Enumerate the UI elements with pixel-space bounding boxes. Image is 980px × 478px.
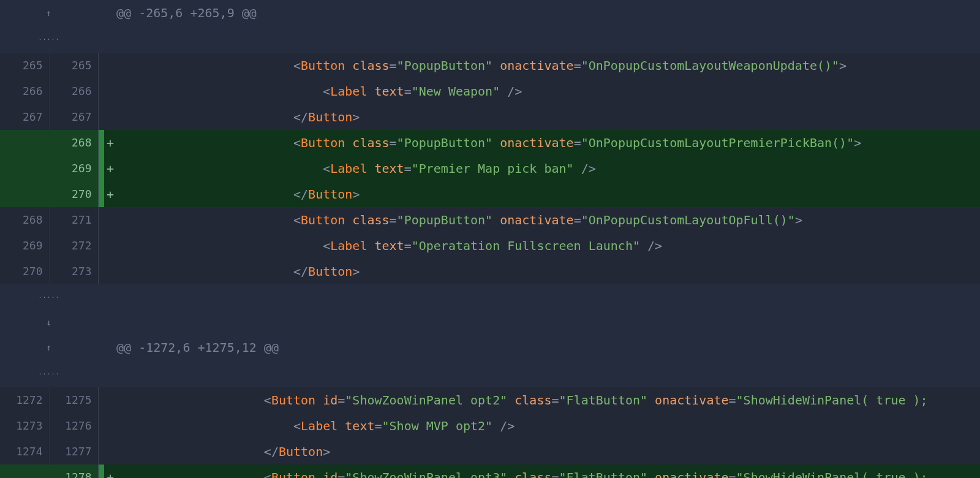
diff-sign <box>104 233 116 259</box>
diff-sign <box>104 387 116 413</box>
expand-up-button[interactable]: ↑····· <box>0 335 98 387</box>
line-number-old: 268 <box>0 207 49 233</box>
line-number-new: 265 <box>49 53 98 78</box>
change-marker <box>98 335 104 387</box>
expand-spacer <box>116 284 979 335</box>
code-cell: <Button id="ShowZooWinPanel opt2" class=… <box>116 387 979 413</box>
code-cell: <Button class="PopupButton" onactivate="… <box>116 53 979 78</box>
change-marker <box>98 130 104 156</box>
line-number-new: 271 <box>49 207 98 233</box>
diff-sign: + <box>104 156 116 181</box>
diff-sign <box>104 259 116 284</box>
code-cell: <Label text="Operatation Fullscreen Laun… <box>116 233 979 259</box>
line-number-old <box>0 181 49 207</box>
change-marker <box>98 53 104 78</box>
line-number-new: 266 <box>49 78 98 104</box>
change-marker <box>98 104 104 130</box>
expand-down-icon: ·····↓ <box>38 292 59 327</box>
diff-line-added: 270+ </Button> <box>0 181 980 207</box>
diff-sign <box>104 53 116 78</box>
diff-line-context: 12721275 <Button id="ShowZooWinPanel opt… <box>0 387 980 413</box>
line-number-old <box>0 465 49 478</box>
line-number-old: 1274 <box>0 439 49 465</box>
change-marker <box>98 156 104 181</box>
line-number-old: 265 <box>0 53 49 78</box>
line-number-new: 1276 <box>49 413 98 439</box>
line-number-old: 266 <box>0 78 49 104</box>
change-marker <box>98 207 104 233</box>
line-number-new: 273 <box>49 259 98 284</box>
diff-line-context: 12731276 <Label text="Show MVP opt2" /> <box>0 413 980 439</box>
diff-sign <box>104 104 116 130</box>
expand-up-icon: ↑····· <box>38 343 59 378</box>
diff-sign: + <box>104 465 116 478</box>
line-number-old: 269 <box>0 233 49 259</box>
code-cell: </Button> <box>116 259 979 284</box>
diff-sign <box>104 78 116 104</box>
expand-down-row: ·····↓ <box>0 284 980 335</box>
code-cell: </Button> <box>116 439 979 465</box>
diff-line-added: 269+ <Label text="Premier Map pick ban" … <box>0 156 980 181</box>
diff-sign <box>104 439 116 465</box>
diff-line-context: 270273 </Button> <box>0 259 980 284</box>
code-cell: <Button class="PopupButton" onactivate="… <box>116 207 979 233</box>
expand-up-icon: ↑····· <box>38 8 59 44</box>
line-number-new: 270 <box>49 181 98 207</box>
line-number-old: 1272 <box>0 387 49 413</box>
diff-line-context: 269272 <Label text="Operatation Fullscre… <box>0 233 980 259</box>
line-number-old: 270 <box>0 259 49 284</box>
diff-table: ↑·····@@ -265,6 +265,9 @@265265 <Button … <box>0 0 980 478</box>
change-marker <box>98 439 104 465</box>
change-marker <box>98 78 104 104</box>
diff-line-added: 1278+ <Button id="ShowZooWinPanel opt3" … <box>0 465 980 478</box>
expand-down-button[interactable]: ·····↓ <box>0 284 98 335</box>
line-number-old: 267 <box>0 104 49 130</box>
change-marker <box>98 259 104 284</box>
line-number-new: 1278 <box>49 465 98 478</box>
change-marker <box>98 387 104 413</box>
line-number-old <box>0 156 49 181</box>
code-cell: <Label text="Show MVP opt2" /> <box>116 413 979 439</box>
change-marker <box>98 465 104 478</box>
code-cell: </Button> <box>116 104 979 130</box>
diff-line-context: 268271 <Button class="PopupButton" onact… <box>0 207 980 233</box>
expand-up-button[interactable]: ↑····· <box>0 0 98 53</box>
hunk-header: ↑·····@@ -265,6 +265,9 @@ <box>0 0 980 53</box>
line-number-new: 267 <box>49 104 98 130</box>
line-number-new: 272 <box>49 233 98 259</box>
change-marker <box>98 181 104 207</box>
change-marker <box>98 0 104 53</box>
diff-sign <box>104 413 116 439</box>
change-marker <box>98 233 104 259</box>
diff-sign <box>104 335 116 387</box>
diff-line-context: 12741277 </Button> <box>0 439 980 465</box>
line-number-new: 1277 <box>49 439 98 465</box>
line-number-new: 269 <box>49 156 98 181</box>
change-marker <box>98 413 104 439</box>
diff-sign <box>104 0 116 53</box>
diff-line-context: 266266 <Label text="New Weapon" /> <box>0 78 980 104</box>
hunk-range: @@ -1272,6 +1275,12 @@ <box>116 335 979 387</box>
line-number-new: 1275 <box>49 387 98 413</box>
code-cell: <Label text="Premier Map pick ban" /> <box>116 156 979 181</box>
diff-line-context: 265265 <Button class="PopupButton" onact… <box>0 53 980 78</box>
code-cell: <Label text="New Weapon" /> <box>116 78 979 104</box>
diff-sign <box>104 207 116 233</box>
code-cell: <Button class="PopupButton" onactivate="… <box>116 130 979 156</box>
diff-line-added: 268+ <Button class="PopupButton" onactiv… <box>0 130 980 156</box>
hunk-range: @@ -265,6 +265,9 @@ <box>116 0 979 53</box>
diff-sign: + <box>104 130 116 156</box>
line-number-old <box>0 130 49 156</box>
hunk-header: ↑·····@@ -1272,6 +1275,12 @@ <box>0 335 980 387</box>
line-number-old: 1273 <box>0 413 49 439</box>
diff-line-context: 267267 </Button> <box>0 104 980 130</box>
line-number-new: 268 <box>49 130 98 156</box>
code-cell: <Button id="ShowZooWinPanel opt3" class=… <box>116 465 979 478</box>
diff-sign: + <box>104 181 116 207</box>
code-cell: </Button> <box>116 181 979 207</box>
